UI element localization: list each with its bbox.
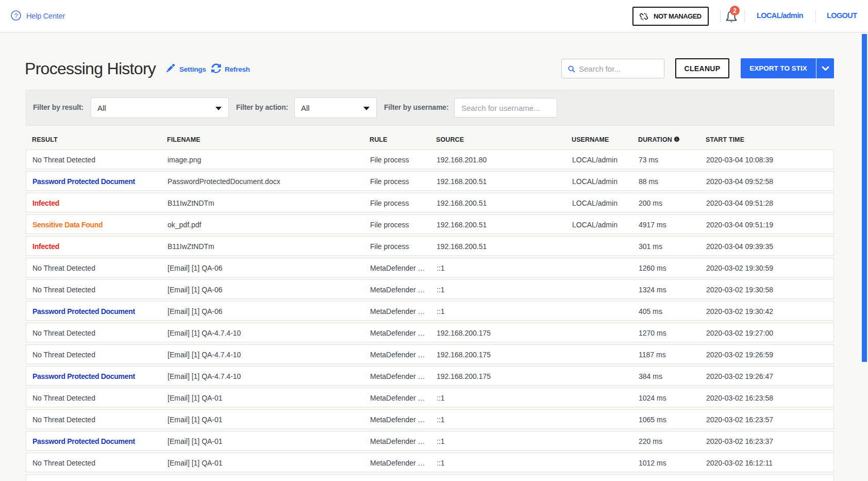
svg-text:?: ? xyxy=(14,12,18,20)
